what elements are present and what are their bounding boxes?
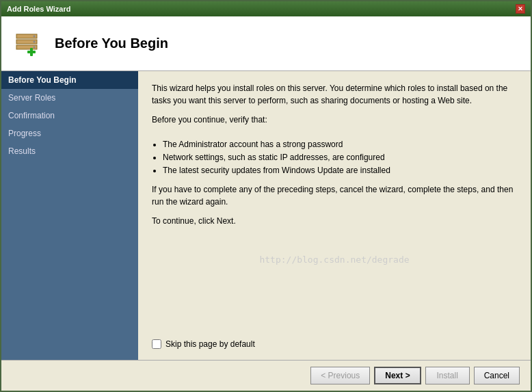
svg-rect-7 (30, 48, 33, 56)
main-content: This wizard helps you install roles on t… (138, 71, 531, 360)
sidebar-item-confirmation[interactable]: Confirmation (1, 107, 138, 125)
install-button[interactable]: Install (425, 367, 470, 384)
footer: < Previous Next > Install Cancel (1, 360, 531, 391)
title-bar: Add Roles Wizard ✕ (1, 1, 531, 16)
bullet-item-1: The Administrator account has a strong p… (163, 138, 517, 151)
bullet-item-3: The latest security updates from Windows… (163, 164, 517, 177)
sidebar: Before You Begin Server Roles Confirmati… (1, 71, 138, 360)
svg-point-4 (34, 40, 36, 42)
verify-heading: Before you continue, verify that: (152, 114, 517, 126)
bullet-item-2: Network settings, such as static IP addr… (163, 151, 517, 164)
svg-point-3 (34, 35, 36, 37)
header-icon (12, 27, 45, 60)
sidebar-item-before-you-begin[interactable]: Before You Begin (1, 71, 138, 89)
page-title: Before You Begin (55, 36, 168, 51)
header-area: Before You Begin (1, 16, 531, 71)
wizard-window: Add Roles Wizard ✕ Before You Begin (0, 0, 532, 392)
watermark-text: http://blog.csdn.net/degrade (152, 254, 517, 265)
cancel-note-paragraph: If you have to complete any of the prece… (152, 183, 517, 208)
sidebar-item-server-roles[interactable]: Server Roles (1, 89, 138, 107)
close-button[interactable]: ✕ (516, 4, 525, 14)
sidebar-item-progress[interactable]: Progress (1, 125, 138, 142)
skip-default-label[interactable]: Skip this page by default (165, 339, 255, 349)
cancel-button[interactable]: Cancel (474, 367, 520, 384)
svg-point-5 (34, 46, 36, 48)
continue-paragraph: To continue, click Next. (152, 215, 517, 227)
prerequisites-list: The Administrator account has a strong p… (163, 138, 517, 178)
skip-default-checkbox[interactable] (152, 339, 161, 349)
skip-checkbox-row: Skip this page by default (152, 339, 517, 349)
window-title: Add Roles Wizard (7, 5, 70, 13)
sidebar-item-results[interactable]: Results (1, 142, 138, 160)
previous-button[interactable]: < Previous (310, 367, 370, 384)
add-roles-icon-svg (12, 27, 45, 60)
content-area: Before You Begin Server Roles Confirmati… (1, 71, 531, 360)
next-button[interactable]: Next > (374, 367, 421, 384)
intro-paragraph: This wizard helps you install roles on t… (152, 82, 517, 107)
